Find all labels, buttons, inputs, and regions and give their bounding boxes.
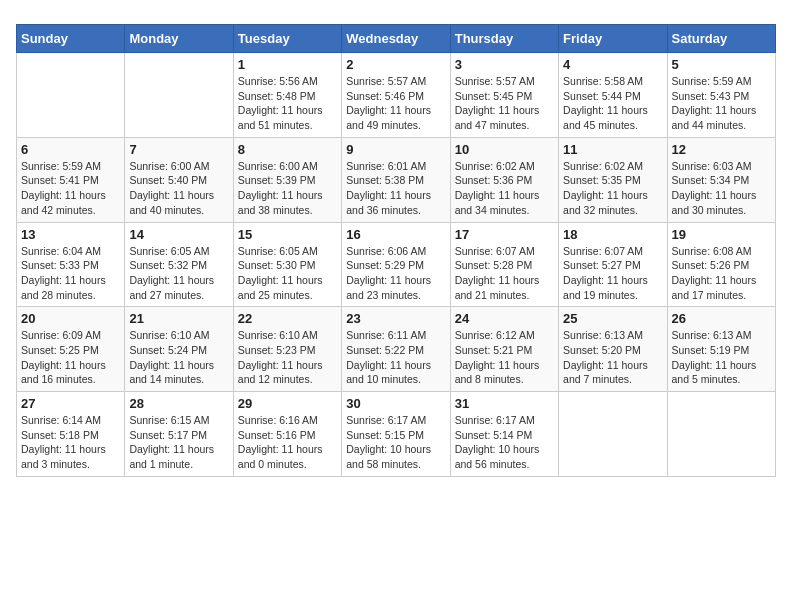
day-number: 23 bbox=[346, 311, 445, 326]
calendar-cell: 18Sunrise: 6:07 AM Sunset: 5:27 PM Dayli… bbox=[559, 222, 667, 307]
day-number: 11 bbox=[563, 142, 662, 157]
day-number: 14 bbox=[129, 227, 228, 242]
calendar-cell bbox=[559, 392, 667, 477]
day-number: 26 bbox=[672, 311, 771, 326]
day-number: 10 bbox=[455, 142, 554, 157]
calendar-cell: 20Sunrise: 6:09 AM Sunset: 5:25 PM Dayli… bbox=[17, 307, 125, 392]
calendar-cell: 10Sunrise: 6:02 AM Sunset: 5:36 PM Dayli… bbox=[450, 137, 558, 222]
day-info: Sunrise: 6:00 AM Sunset: 5:39 PM Dayligh… bbox=[238, 159, 337, 218]
day-info: Sunrise: 6:05 AM Sunset: 5:30 PM Dayligh… bbox=[238, 244, 337, 303]
calendar-cell: 13Sunrise: 6:04 AM Sunset: 5:33 PM Dayli… bbox=[17, 222, 125, 307]
calendar-cell: 15Sunrise: 6:05 AM Sunset: 5:30 PM Dayli… bbox=[233, 222, 341, 307]
day-number: 13 bbox=[21, 227, 120, 242]
calendar-cell: 2Sunrise: 5:57 AM Sunset: 5:46 PM Daylig… bbox=[342, 53, 450, 138]
calendar-cell: 21Sunrise: 6:10 AM Sunset: 5:24 PM Dayli… bbox=[125, 307, 233, 392]
calendar-cell: 8Sunrise: 6:00 AM Sunset: 5:39 PM Daylig… bbox=[233, 137, 341, 222]
calendar-cell: 19Sunrise: 6:08 AM Sunset: 5:26 PM Dayli… bbox=[667, 222, 775, 307]
calendar-cell: 3Sunrise: 5:57 AM Sunset: 5:45 PM Daylig… bbox=[450, 53, 558, 138]
calendar-cell: 7Sunrise: 6:00 AM Sunset: 5:40 PM Daylig… bbox=[125, 137, 233, 222]
day-number: 18 bbox=[563, 227, 662, 242]
day-number: 31 bbox=[455, 396, 554, 411]
calendar-body: 1Sunrise: 5:56 AM Sunset: 5:48 PM Daylig… bbox=[17, 53, 776, 477]
weekday-header-tuesday: Tuesday bbox=[233, 25, 341, 53]
weekday-header-sunday: Sunday bbox=[17, 25, 125, 53]
day-info: Sunrise: 6:01 AM Sunset: 5:38 PM Dayligh… bbox=[346, 159, 445, 218]
calendar-cell bbox=[667, 392, 775, 477]
day-number: 29 bbox=[238, 396, 337, 411]
calendar-cell: 1Sunrise: 5:56 AM Sunset: 5:48 PM Daylig… bbox=[233, 53, 341, 138]
day-number: 17 bbox=[455, 227, 554, 242]
day-number: 15 bbox=[238, 227, 337, 242]
day-info: Sunrise: 6:04 AM Sunset: 5:33 PM Dayligh… bbox=[21, 244, 120, 303]
calendar-cell: 5Sunrise: 5:59 AM Sunset: 5:43 PM Daylig… bbox=[667, 53, 775, 138]
calendar-cell: 26Sunrise: 6:13 AM Sunset: 5:19 PM Dayli… bbox=[667, 307, 775, 392]
calendar-cell bbox=[125, 53, 233, 138]
calendar-cell: 14Sunrise: 6:05 AM Sunset: 5:32 PM Dayli… bbox=[125, 222, 233, 307]
day-number: 27 bbox=[21, 396, 120, 411]
day-number: 20 bbox=[21, 311, 120, 326]
day-info: Sunrise: 6:16 AM Sunset: 5:16 PM Dayligh… bbox=[238, 413, 337, 472]
calendar-cell: 22Sunrise: 6:10 AM Sunset: 5:23 PM Dayli… bbox=[233, 307, 341, 392]
day-info: Sunrise: 6:17 AM Sunset: 5:15 PM Dayligh… bbox=[346, 413, 445, 472]
day-number: 7 bbox=[129, 142, 228, 157]
calendar-header: SundayMondayTuesdayWednesdayThursdayFrid… bbox=[17, 25, 776, 53]
day-info: Sunrise: 6:00 AM Sunset: 5:40 PM Dayligh… bbox=[129, 159, 228, 218]
calendar-table: SundayMondayTuesdayWednesdayThursdayFrid… bbox=[16, 24, 776, 477]
day-info: Sunrise: 6:17 AM Sunset: 5:14 PM Dayligh… bbox=[455, 413, 554, 472]
day-number: 4 bbox=[563, 57, 662, 72]
day-number: 3 bbox=[455, 57, 554, 72]
day-info: Sunrise: 6:10 AM Sunset: 5:23 PM Dayligh… bbox=[238, 328, 337, 387]
day-info: Sunrise: 6:08 AM Sunset: 5:26 PM Dayligh… bbox=[672, 244, 771, 303]
day-number: 19 bbox=[672, 227, 771, 242]
calendar-cell bbox=[17, 53, 125, 138]
calendar-cell: 6Sunrise: 5:59 AM Sunset: 5:41 PM Daylig… bbox=[17, 137, 125, 222]
calendar-cell: 4Sunrise: 5:58 AM Sunset: 5:44 PM Daylig… bbox=[559, 53, 667, 138]
day-number: 6 bbox=[21, 142, 120, 157]
calendar-cell: 25Sunrise: 6:13 AM Sunset: 5:20 PM Dayli… bbox=[559, 307, 667, 392]
calendar-cell: 16Sunrise: 6:06 AM Sunset: 5:29 PM Dayli… bbox=[342, 222, 450, 307]
weekday-header-monday: Monday bbox=[125, 25, 233, 53]
weekday-header-wednesday: Wednesday bbox=[342, 25, 450, 53]
day-info: Sunrise: 5:56 AM Sunset: 5:48 PM Dayligh… bbox=[238, 74, 337, 133]
day-info: Sunrise: 6:05 AM Sunset: 5:32 PM Dayligh… bbox=[129, 244, 228, 303]
calendar-cell: 24Sunrise: 6:12 AM Sunset: 5:21 PM Dayli… bbox=[450, 307, 558, 392]
weekday-header-friday: Friday bbox=[559, 25, 667, 53]
day-info: Sunrise: 5:59 AM Sunset: 5:41 PM Dayligh… bbox=[21, 159, 120, 218]
day-info: Sunrise: 6:11 AM Sunset: 5:22 PM Dayligh… bbox=[346, 328, 445, 387]
day-number: 30 bbox=[346, 396, 445, 411]
weekday-header-row: SundayMondayTuesdayWednesdayThursdayFrid… bbox=[17, 25, 776, 53]
day-number: 2 bbox=[346, 57, 445, 72]
day-info: Sunrise: 5:57 AM Sunset: 5:46 PM Dayligh… bbox=[346, 74, 445, 133]
calendar-cell: 31Sunrise: 6:17 AM Sunset: 5:14 PM Dayli… bbox=[450, 392, 558, 477]
day-number: 8 bbox=[238, 142, 337, 157]
calendar-week-2: 6Sunrise: 5:59 AM Sunset: 5:41 PM Daylig… bbox=[17, 137, 776, 222]
calendar-cell: 11Sunrise: 6:02 AM Sunset: 5:35 PM Dayli… bbox=[559, 137, 667, 222]
day-info: Sunrise: 5:57 AM Sunset: 5:45 PM Dayligh… bbox=[455, 74, 554, 133]
calendar-week-3: 13Sunrise: 6:04 AM Sunset: 5:33 PM Dayli… bbox=[17, 222, 776, 307]
calendar-week-1: 1Sunrise: 5:56 AM Sunset: 5:48 PM Daylig… bbox=[17, 53, 776, 138]
calendar-cell: 27Sunrise: 6:14 AM Sunset: 5:18 PM Dayli… bbox=[17, 392, 125, 477]
day-number: 25 bbox=[563, 311, 662, 326]
day-number: 16 bbox=[346, 227, 445, 242]
day-info: Sunrise: 6:13 AM Sunset: 5:19 PM Dayligh… bbox=[672, 328, 771, 387]
day-info: Sunrise: 6:14 AM Sunset: 5:18 PM Dayligh… bbox=[21, 413, 120, 472]
weekday-header-thursday: Thursday bbox=[450, 25, 558, 53]
day-info: Sunrise: 5:59 AM Sunset: 5:43 PM Dayligh… bbox=[672, 74, 771, 133]
calendar-cell: 23Sunrise: 6:11 AM Sunset: 5:22 PM Dayli… bbox=[342, 307, 450, 392]
day-number: 24 bbox=[455, 311, 554, 326]
calendar-week-5: 27Sunrise: 6:14 AM Sunset: 5:18 PM Dayli… bbox=[17, 392, 776, 477]
day-number: 12 bbox=[672, 142, 771, 157]
day-info: Sunrise: 6:15 AM Sunset: 5:17 PM Dayligh… bbox=[129, 413, 228, 472]
day-info: Sunrise: 6:06 AM Sunset: 5:29 PM Dayligh… bbox=[346, 244, 445, 303]
day-number: 22 bbox=[238, 311, 337, 326]
day-number: 5 bbox=[672, 57, 771, 72]
day-info: Sunrise: 6:07 AM Sunset: 5:28 PM Dayligh… bbox=[455, 244, 554, 303]
calendar-cell: 12Sunrise: 6:03 AM Sunset: 5:34 PM Dayli… bbox=[667, 137, 775, 222]
day-info: Sunrise: 6:03 AM Sunset: 5:34 PM Dayligh… bbox=[672, 159, 771, 218]
day-info: Sunrise: 6:07 AM Sunset: 5:27 PM Dayligh… bbox=[563, 244, 662, 303]
day-number: 21 bbox=[129, 311, 228, 326]
calendar-week-4: 20Sunrise: 6:09 AM Sunset: 5:25 PM Dayli… bbox=[17, 307, 776, 392]
calendar-cell: 17Sunrise: 6:07 AM Sunset: 5:28 PM Dayli… bbox=[450, 222, 558, 307]
day-info: Sunrise: 6:10 AM Sunset: 5:24 PM Dayligh… bbox=[129, 328, 228, 387]
day-info: Sunrise: 6:09 AM Sunset: 5:25 PM Dayligh… bbox=[21, 328, 120, 387]
